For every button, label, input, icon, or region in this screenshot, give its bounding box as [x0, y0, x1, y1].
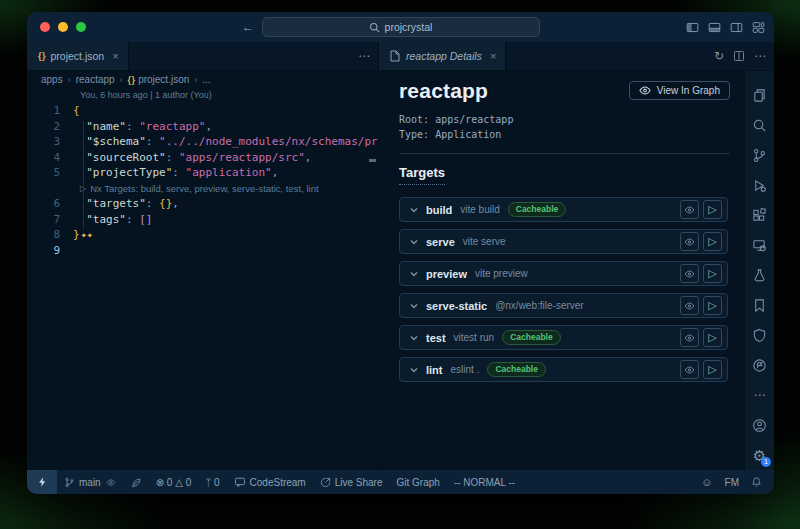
- target-row[interactable]: serve-static@nx/web:file-server▷: [399, 293, 728, 318]
- copilot-sparkle-icon[interactable]: ✦✦: [81, 229, 93, 240]
- target-name: preview: [426, 268, 467, 280]
- run-target-button[interactable]: ▷: [703, 264, 722, 283]
- chevron-down-icon[interactable]: [410, 239, 418, 245]
- cacheable-badge: Cacheable: [487, 362, 546, 377]
- tab-project-json[interactable]: { } project.json ×: [27, 42, 129, 70]
- editor-actions-more-icon[interactable]: ⋯: [358, 50, 370, 62]
- vim-mode-indicator[interactable]: -- NORMAL --: [447, 470, 522, 494]
- target-actions: ▷: [680, 328, 722, 347]
- live-share-status[interactable]: Live Share: [313, 470, 390, 494]
- nx-targets-inline-hint[interactable]: ▷Nx Targets: build, serve, preview, serv…: [27, 181, 378, 197]
- bird-indicator[interactable]: [124, 470, 149, 494]
- overview-ruler-marker: [369, 159, 376, 162]
- tab-label: reactapp Details: [406, 50, 482, 62]
- view-target-button[interactable]: [680, 232, 699, 251]
- run-target-button[interactable]: ▷: [703, 200, 722, 219]
- line-number: 9: [27, 243, 73, 259]
- git-branch-status[interactable]: main: [57, 470, 124, 494]
- nx-project-details-panel: reactapp View In Graph Root: apps/reacta…: [379, 71, 744, 470]
- hint-text: Nx Targets: build, serve, preview, serve…: [90, 181, 318, 197]
- cacheable-badge: Cacheable: [508, 202, 567, 217]
- close-tab-icon[interactable]: ×: [112, 50, 118, 62]
- breadcrumb-separator: ›: [120, 75, 123, 85]
- code-line: 7 "tags": []: [27, 212, 378, 228]
- target-row[interactable]: buildvite buildCacheable▷: [399, 197, 728, 222]
- view-target-button[interactable]: [680, 328, 699, 347]
- breadcrumb-separator: ›: [194, 75, 197, 85]
- chevron-down-icon[interactable]: [410, 303, 418, 309]
- activity-source-control-icon[interactable]: [745, 141, 774, 171]
- activity-settings-icon[interactable]: ⚙1: [745, 440, 774, 470]
- smiley-icon: ☺: [701, 477, 712, 488]
- breadcrumb-item[interactable]: { }project.json: [128, 74, 190, 85]
- activity-remote-explorer-icon[interactable]: [745, 231, 774, 261]
- command-center-search[interactable]: projcrystal: [262, 17, 540, 37]
- tab-bar: { } project.json × ⋯ reactapp Details × …: [27, 42, 774, 71]
- activity-search-icon[interactable]: [745, 111, 774, 141]
- toggle-panel-bottom-icon[interactable]: [708, 21, 721, 34]
- breadcrumb-item[interactable]: reactapp: [76, 74, 115, 85]
- split-editor-icon[interactable]: [733, 50, 745, 62]
- activity-extensions-icon[interactable]: [745, 201, 774, 231]
- minimize-window-button[interactable]: [58, 22, 68, 32]
- chevron-down-icon[interactable]: [410, 335, 418, 341]
- target-row[interactable]: previewvite preview▷: [399, 261, 728, 286]
- cacheable-badge: Cacheable: [502, 330, 561, 345]
- run-target-button[interactable]: ▷: [703, 296, 722, 315]
- activity-files-icon[interactable]: [745, 81, 774, 111]
- activity-flag-icon[interactable]: [745, 350, 774, 380]
- activity-run-debug-icon[interactable]: [745, 171, 774, 201]
- code-editor[interactable]: You, 6 hours ago | 1 author (You) 1{2 "n…: [27, 88, 378, 470]
- activity-account-icon[interactable]: [745, 410, 774, 440]
- notifications-bell[interactable]: [745, 476, 768, 488]
- window-controls: [40, 22, 86, 32]
- view-target-button[interactable]: [680, 360, 699, 379]
- fm-indicator[interactable]: FM: [719, 477, 745, 488]
- activity-bookmarks-icon[interactable]: [745, 290, 774, 320]
- view-in-graph-button[interactable]: View In Graph: [629, 81, 730, 100]
- run-target-button[interactable]: ▷: [703, 232, 722, 251]
- code-line: 2 "name": "reactapp",: [27, 119, 378, 135]
- close-window-button[interactable]: [40, 22, 50, 32]
- view-target-button[interactable]: [680, 264, 699, 283]
- chevron-down-icon[interactable]: [410, 367, 418, 373]
- zoom-window-button[interactable]: [76, 22, 86, 32]
- comment-icon: [234, 476, 246, 488]
- feather-icon: [131, 477, 142, 488]
- activity-more-icon[interactable]: ⋯: [745, 380, 774, 410]
- chevron-down-icon[interactable]: [410, 207, 418, 213]
- breadcrumb-item[interactable]: apps: [41, 74, 63, 85]
- codestream-status[interactable]: CodeStream: [227, 470, 313, 494]
- json-file-icon: { }: [38, 51, 45, 61]
- problems-indicator[interactable]: ⊗ 0 △ 0: [149, 470, 199, 494]
- target-row[interactable]: testvitest runCacheable▷: [399, 325, 728, 350]
- share-icon: [320, 477, 331, 488]
- target-row[interactable]: linteslint .Cacheable▷: [399, 357, 728, 382]
- target-row[interactable]: servevite serve▷: [399, 229, 728, 254]
- target-actions: ▷: [680, 360, 722, 379]
- copilot-indicator[interactable]: ☺: [695, 477, 718, 488]
- activity-testing-icon[interactable]: [745, 261, 774, 291]
- code-line: 6 "targets": {},: [27, 196, 378, 212]
- remote-indicator[interactable]: [27, 470, 57, 494]
- toggle-panel-right-icon[interactable]: [730, 21, 743, 34]
- breadcrumb-item[interactable]: ...: [202, 74, 210, 85]
- count-indicator[interactable]: ᛉ 0: [198, 470, 226, 494]
- more-icon[interactable]: ⋯: [754, 50, 766, 62]
- refresh-icon[interactable]: ↻: [714, 50, 724, 62]
- chevron-down-icon[interactable]: [410, 271, 418, 277]
- codelens-blame[interactable]: You, 6 hours ago | 1 author (You): [27, 88, 378, 103]
- zap-icon: [37, 476, 48, 488]
- view-target-button[interactable]: [680, 296, 699, 315]
- tab-reactapp-details[interactable]: reactapp Details ×: [379, 42, 506, 70]
- activity-gitlens-icon[interactable]: [745, 320, 774, 350]
- git-graph-status[interactable]: Git Graph: [390, 470, 447, 494]
- close-tab-icon[interactable]: ×: [490, 50, 496, 62]
- view-target-button[interactable]: [680, 200, 699, 219]
- toggle-panel-left-icon[interactable]: [686, 21, 699, 34]
- line-number: 6: [27, 196, 73, 212]
- toggle-customize-layout-icon[interactable]: [752, 21, 765, 34]
- run-target-button[interactable]: ▷: [703, 360, 722, 379]
- back-button[interactable]: ←: [242, 20, 254, 34]
- run-target-button[interactable]: ▷: [703, 328, 722, 347]
